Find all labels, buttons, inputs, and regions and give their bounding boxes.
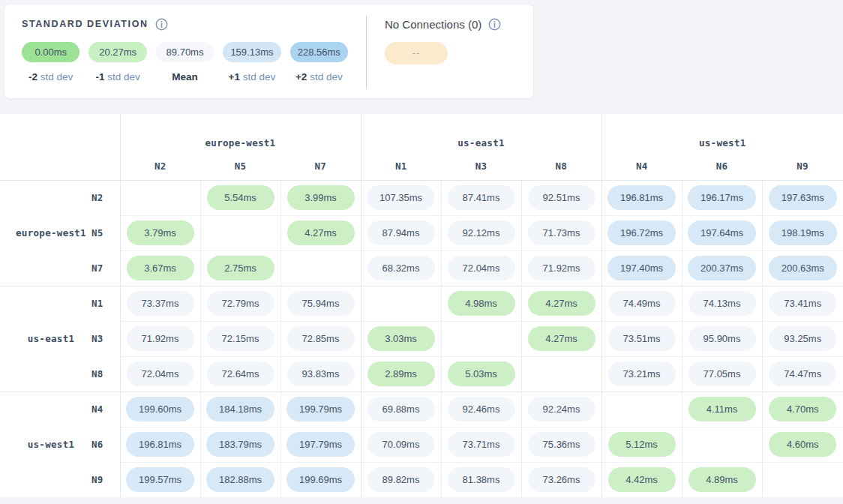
latency-cell: 5.54ms <box>200 180 280 215</box>
latency-pill: 3.67ms <box>127 256 194 280</box>
latency-pill: 73.41ms <box>769 291 836 316</box>
latency-cell: 197.63ms <box>762 180 843 215</box>
latency-cell: 69.88ms <box>361 392 441 427</box>
latency-pill: 3.99ms <box>287 185 355 210</box>
latency-pill: 197.40ms <box>608 256 676 280</box>
legend-pill: 0.00ms <box>22 42 80 62</box>
latency-cell: 72.85ms <box>280 321 361 356</box>
latency-cell: 184.18ms <box>200 392 280 427</box>
info-icon[interactable] <box>488 18 501 31</box>
latency-pill: 93.25ms <box>769 326 836 351</box>
latency-pill: 199.69ms <box>286 467 355 492</box>
row-node-header: N2 <box>88 180 120 215</box>
latency-cell: 197.40ms <box>602 250 682 286</box>
table-row: N371.92ms72.15ms72.85ms3.03ms4.27ms73.51… <box>0 321 843 356</box>
column-node-header: N5 <box>200 153 280 180</box>
latency-pill: 73.51ms <box>608 326 676 351</box>
latency-pill: 183.79ms <box>206 432 274 457</box>
latency-pill: 74.47ms <box>769 362 836 386</box>
latency-cell: 4.27ms <box>521 286 602 321</box>
latency-pill: 71.92ms <box>528 256 596 280</box>
latency-cell <box>602 392 682 427</box>
latency-cell: 75.94ms <box>280 286 361 321</box>
latency-cell: 4.27ms <box>280 215 361 250</box>
latency-cell <box>120 180 200 215</box>
legend-stop-label: Mean <box>156 71 214 82</box>
column-node-header: N6 <box>682 153 762 180</box>
latency-pill: 81.38ms <box>448 467 515 492</box>
latency-cell: 196.81ms <box>120 427 200 462</box>
latency-pill: 2.89ms <box>368 362 435 386</box>
latency-pill: 73.71ms <box>448 432 515 457</box>
latency-pill: 75.94ms <box>287 291 355 316</box>
latency-cell <box>200 215 280 250</box>
no-connections-pill: -- <box>385 42 448 64</box>
latency-cell: 70.09ms <box>361 427 441 462</box>
latency-pill: 4.11ms <box>688 397 756 422</box>
latency-pill: 77.05ms <box>688 362 756 386</box>
latency-cell: 197.64ms <box>682 215 762 250</box>
row-node-header: N3 <box>88 321 120 356</box>
latency-cell: 95.90ms <box>682 321 762 356</box>
latency-cell: 87.94ms <box>361 215 441 250</box>
latency-pill: 72.04ms <box>127 362 194 386</box>
latency-cell: 200.63ms <box>762 250 843 286</box>
latency-pill: 197.79ms <box>286 432 355 457</box>
legend-stop-label: +2 std dev <box>290 71 348 82</box>
latency-cell: 72.15ms <box>200 321 280 356</box>
latency-cell: 4.11ms <box>682 392 762 427</box>
column-region-header: europe-west1 <box>120 114 361 153</box>
latency-cell: 72.64ms <box>200 356 280 392</box>
std-dev-title: STANDARD DEVIATION <box>22 19 148 29</box>
row-node-header: N7 <box>88 250 120 286</box>
latency-cell: 89.82ms <box>361 462 441 497</box>
latency-pill: 196.81ms <box>126 432 194 457</box>
table-row: N53.79ms4.27ms87.94ms92.12ms71.73ms196.7… <box>0 215 843 250</box>
legend-pill: 159.13ms <box>223 42 280 62</box>
latency-pill: 92.51ms <box>528 185 596 210</box>
latency-pill: 87.94ms <box>368 220 435 245</box>
latency-cell <box>280 250 361 286</box>
column-node-header: N3 <box>441 153 521 180</box>
latency-pill: 199.57ms <box>126 467 194 492</box>
latency-pill: 198.19ms <box>769 220 837 245</box>
latency-cell: 72.04ms <box>441 250 521 286</box>
header-region-row: europe-west1us-east1us-west1 <box>0 114 843 153</box>
latency-cell: 87.41ms <box>441 180 521 215</box>
latency-cell: 197.79ms <box>280 427 361 462</box>
latency-cell: 4.27ms <box>521 321 602 356</box>
latency-cell: 3.79ms <box>120 215 200 250</box>
latency-cell <box>682 427 762 462</box>
latency-cell <box>361 286 441 321</box>
no-connections-title: No Connections (0) <box>385 18 482 31</box>
stats-card: STANDARD DEVIATION 0.00ms-2 std dev20.27… <box>4 4 534 99</box>
legend-pill: 20.27ms <box>88 42 146 62</box>
latency-pill: 72.04ms <box>448 256 515 280</box>
latency-cell: 74.47ms <box>762 356 843 392</box>
info-icon[interactable] <box>155 18 168 31</box>
latency-cell: 2.89ms <box>361 356 441 392</box>
latency-pill: 74.13ms <box>688 291 756 316</box>
latency-cell: 71.92ms <box>521 250 602 286</box>
latency-cell: 77.05ms <box>682 356 762 392</box>
column-node-header: N4 <box>602 153 682 180</box>
latency-pill: 200.63ms <box>769 256 837 280</box>
latency-cell: 5.12ms <box>602 427 682 462</box>
latency-cell <box>762 462 843 497</box>
column-node-header: N8 <box>521 153 602 180</box>
latency-pill: 73.37ms <box>127 291 194 316</box>
latency-pill: 87.41ms <box>448 185 515 210</box>
latency-cell: 4.60ms <box>762 427 843 462</box>
legend-stop: 20.27ms-1 std dev <box>88 42 146 82</box>
legend-stop-label: +1 std dev <box>223 71 280 82</box>
column-node-header: N1 <box>361 153 441 180</box>
latency-cell: 68.32ms <box>361 250 441 286</box>
latency-cell: 3.03ms <box>361 321 441 356</box>
latency-pill: 199.79ms <box>286 397 355 422</box>
latency-cell: 199.69ms <box>280 462 361 497</box>
latency-pill: 197.63ms <box>769 185 837 210</box>
latency-pill: 92.24ms <box>528 397 596 422</box>
latency-pill: 196.17ms <box>688 185 756 210</box>
latency-cell: 92.46ms <box>441 392 521 427</box>
table-row: N6196.81ms183.79ms197.79ms70.09ms73.71ms… <box>0 427 843 462</box>
